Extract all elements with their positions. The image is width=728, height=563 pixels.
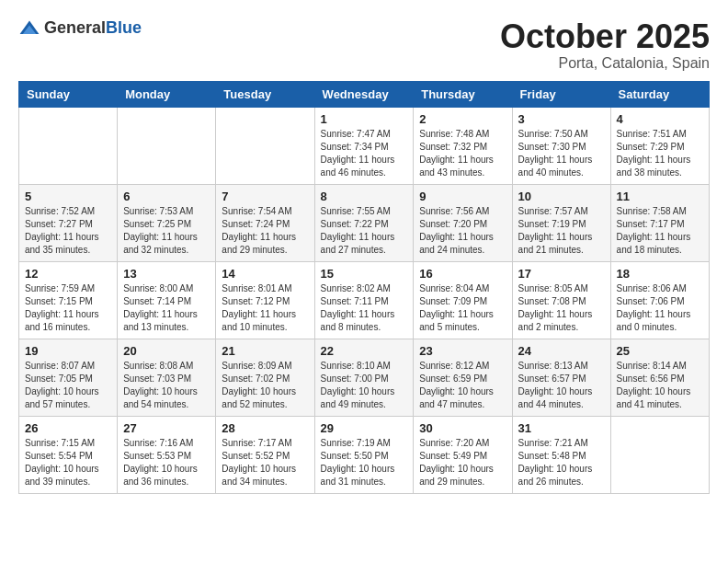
logo: GeneralBlue [18, 18, 142, 38]
calendar-cell: 19Sunrise: 8:07 AM Sunset: 7:05 PM Dayli… [19, 339, 118, 416]
day-info: Sunrise: 7:51 AM Sunset: 7:29 PM Dayligh… [617, 128, 703, 179]
calendar-cell: 16Sunrise: 8:04 AM Sunset: 7:09 PM Dayli… [414, 261, 512, 339]
calendar-cell: 6Sunrise: 7:53 AM Sunset: 7:25 PM Daylig… [118, 184, 216, 261]
day-info: Sunrise: 7:53 AM Sunset: 7:25 PM Dayligh… [123, 205, 210, 257]
calendar-cell: 12Sunrise: 7:59 AM Sunset: 7:15 PM Dayli… [19, 261, 118, 339]
weekday-header-monday: Monday [118, 81, 216, 107]
day-number: 1 [321, 112, 408, 126]
calendar-cell [118, 107, 216, 184]
page-header: GeneralBlue October 2025 Porta, Cataloni… [18, 18, 710, 72]
day-info: Sunrise: 7:21 AM Sunset: 5:48 PM Dayligh… [518, 437, 605, 488]
day-number: 28 [222, 421, 308, 435]
day-info: Sunrise: 8:06 AM Sunset: 7:06 PM Dayligh… [617, 282, 703, 334]
calendar-cell: 26Sunrise: 7:15 AM Sunset: 5:54 PM Dayli… [19, 416, 118, 493]
day-number: 15 [321, 267, 408, 281]
day-number: 17 [518, 267, 605, 281]
day-number: 21 [222, 344, 308, 358]
day-info: Sunrise: 8:09 AM Sunset: 7:02 PM Dayligh… [222, 360, 308, 411]
day-number: 29 [321, 421, 408, 435]
day-number: 31 [518, 421, 605, 435]
calendar-cell: 23Sunrise: 8:12 AM Sunset: 6:59 PM Dayli… [414, 339, 512, 416]
weekday-header-sunday: Sunday [19, 81, 118, 107]
calendar-cell: 15Sunrise: 8:02 AM Sunset: 7:11 PM Dayli… [314, 261, 414, 339]
day-number: 18 [617, 267, 703, 281]
day-number: 4 [617, 112, 703, 126]
weekday-header-saturday: Saturday [610, 81, 709, 107]
day-number: 25 [617, 344, 703, 358]
day-info: Sunrise: 8:14 AM Sunset: 6:56 PM Dayligh… [617, 360, 703, 411]
day-info: Sunrise: 7:54 AM Sunset: 7:24 PM Dayligh… [222, 205, 308, 257]
day-info: Sunrise: 8:02 AM Sunset: 7:11 PM Dayligh… [321, 282, 408, 334]
calendar-cell: 10Sunrise: 7:57 AM Sunset: 7:19 PM Dayli… [512, 184, 610, 261]
day-info: Sunrise: 7:16 AM Sunset: 5:53 PM Dayligh… [123, 437, 210, 488]
day-info: Sunrise: 8:04 AM Sunset: 7:09 PM Dayligh… [419, 282, 506, 334]
calendar-cell: 2Sunrise: 7:48 AM Sunset: 7:32 PM Daylig… [414, 107, 512, 184]
calendar-cell: 4Sunrise: 7:51 AM Sunset: 7:29 PM Daylig… [610, 107, 709, 184]
calendar-cell: 20Sunrise: 8:08 AM Sunset: 7:03 PM Dayli… [118, 339, 216, 416]
day-info: Sunrise: 7:20 AM Sunset: 5:49 PM Dayligh… [419, 437, 506, 488]
day-info: Sunrise: 7:15 AM Sunset: 5:54 PM Dayligh… [25, 437, 111, 488]
day-info: Sunrise: 8:13 AM Sunset: 6:57 PM Dayligh… [518, 360, 605, 411]
logo-text-general: General [44, 18, 106, 37]
day-number: 13 [123, 267, 210, 281]
day-number: 9 [419, 190, 506, 203]
calendar-cell: 18Sunrise: 8:06 AM Sunset: 7:06 PM Dayli… [610, 261, 709, 339]
calendar-cell: 25Sunrise: 8:14 AM Sunset: 6:56 PM Dayli… [610, 339, 709, 416]
day-number: 3 [518, 112, 605, 126]
calendar-cell: 21Sunrise: 8:09 AM Sunset: 7:02 PM Dayli… [216, 339, 314, 416]
calendar-cell: 1Sunrise: 7:47 AM Sunset: 7:34 PM Daylig… [314, 107, 414, 184]
day-info: Sunrise: 8:00 AM Sunset: 7:14 PM Dayligh… [123, 282, 210, 334]
calendar-cell: 27Sunrise: 7:16 AM Sunset: 5:53 PM Dayli… [118, 416, 216, 493]
day-number: 5 [25, 190, 111, 203]
day-info: Sunrise: 7:58 AM Sunset: 7:17 PM Dayligh… [617, 205, 703, 257]
day-info: Sunrise: 7:56 AM Sunset: 7:20 PM Dayligh… [419, 205, 506, 257]
calendar-cell: 7Sunrise: 7:54 AM Sunset: 7:24 PM Daylig… [216, 184, 314, 261]
day-number: 10 [518, 190, 605, 203]
day-info: Sunrise: 7:59 AM Sunset: 7:15 PM Dayligh… [25, 282, 111, 334]
weekday-header-friday: Friday [512, 81, 610, 107]
day-info: Sunrise: 7:50 AM Sunset: 7:30 PM Dayligh… [518, 128, 605, 179]
weekday-header-row: SundayMondayTuesdayWednesdayThursdayFrid… [19, 81, 710, 107]
day-number: 24 [518, 344, 605, 358]
day-info: Sunrise: 8:05 AM Sunset: 7:08 PM Dayligh… [518, 282, 605, 334]
calendar-cell: 3Sunrise: 7:50 AM Sunset: 7:30 PM Daylig… [512, 107, 610, 184]
day-number: 22 [321, 344, 408, 358]
calendar-cell: 22Sunrise: 8:10 AM Sunset: 7:00 PM Dayli… [314, 339, 414, 416]
calendar-cell: 28Sunrise: 7:17 AM Sunset: 5:52 PM Dayli… [216, 416, 314, 493]
calendar-cell: 14Sunrise: 8:01 AM Sunset: 7:12 PM Dayli… [216, 261, 314, 339]
calendar-table: SundayMondayTuesdayWednesdayThursdayFrid… [18, 81, 710, 494]
calendar-cell: 13Sunrise: 8:00 AM Sunset: 7:14 PM Dayli… [118, 261, 216, 339]
day-info: Sunrise: 8:12 AM Sunset: 6:59 PM Dayligh… [419, 360, 506, 411]
location-title: Porta, Catalonia, Spain [500, 55, 710, 72]
day-info: Sunrise: 7:52 AM Sunset: 7:27 PM Dayligh… [25, 205, 111, 257]
calendar-cell: 29Sunrise: 7:19 AM Sunset: 5:50 PM Dayli… [314, 416, 414, 493]
day-number: 27 [123, 421, 210, 435]
day-info: Sunrise: 7:17 AM Sunset: 5:52 PM Dayligh… [222, 437, 308, 488]
weekday-header-thursday: Thursday [414, 81, 512, 107]
day-number: 14 [222, 267, 308, 281]
title-block: October 2025 Porta, Catalonia, Spain [500, 18, 710, 72]
calendar-week-4: 19Sunrise: 8:07 AM Sunset: 7:05 PM Dayli… [19, 339, 710, 416]
calendar-cell [216, 107, 314, 184]
day-info: Sunrise: 8:01 AM Sunset: 7:12 PM Dayligh… [222, 282, 308, 334]
calendar-week-5: 26Sunrise: 7:15 AM Sunset: 5:54 PM Dayli… [19, 416, 710, 493]
month-title: October 2025 [500, 18, 710, 55]
calendar-week-2: 5Sunrise: 7:52 AM Sunset: 7:27 PM Daylig… [19, 184, 710, 261]
calendar-cell: 31Sunrise: 7:21 AM Sunset: 5:48 PM Dayli… [512, 416, 610, 493]
calendar-week-1: 1Sunrise: 7:47 AM Sunset: 7:34 PM Daylig… [19, 107, 710, 184]
day-info: Sunrise: 8:10 AM Sunset: 7:00 PM Dayligh… [321, 360, 408, 411]
day-info: Sunrise: 8:07 AM Sunset: 7:05 PM Dayligh… [25, 360, 111, 411]
day-number: 7 [222, 190, 308, 203]
day-number: 8 [321, 190, 408, 203]
day-info: Sunrise: 7:19 AM Sunset: 5:50 PM Dayligh… [321, 437, 408, 488]
day-number: 16 [419, 267, 506, 281]
calendar-cell: 9Sunrise: 7:56 AM Sunset: 7:20 PM Daylig… [414, 184, 512, 261]
calendar-cell: 11Sunrise: 7:58 AM Sunset: 7:17 PM Dayli… [610, 184, 709, 261]
day-number: 12 [25, 267, 111, 281]
day-number: 23 [419, 344, 506, 358]
calendar-cell: 5Sunrise: 7:52 AM Sunset: 7:27 PM Daylig… [19, 184, 118, 261]
day-info: Sunrise: 7:48 AM Sunset: 7:32 PM Dayligh… [419, 128, 506, 179]
calendar-cell: 17Sunrise: 8:05 AM Sunset: 7:08 PM Dayli… [512, 261, 610, 339]
day-number: 20 [123, 344, 210, 358]
weekday-header-wednesday: Wednesday [314, 81, 414, 107]
